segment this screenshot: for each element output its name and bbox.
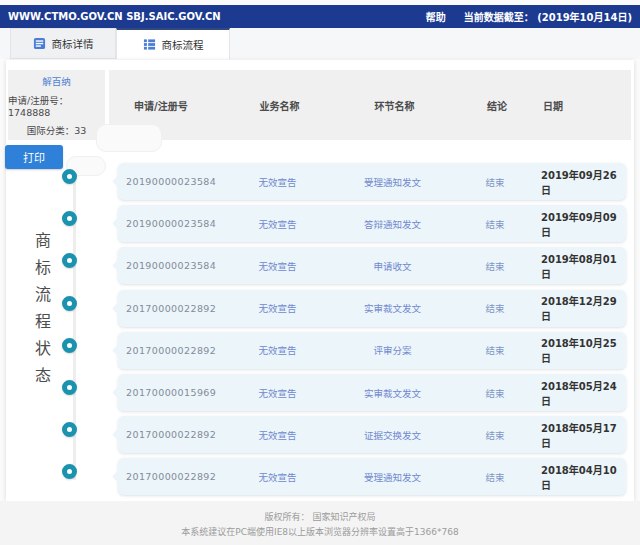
cell-conclusion: 结束 (465, 259, 525, 273)
table-row[interactable]: 20190000023584无效宣告答辩通知发文结束2019年09月09日 (118, 205, 626, 242)
table-row[interactable]: 20170000022892无效宣告受理通知发文结束2018年04月10日 (118, 458, 626, 495)
cell-business-name: 无效宣告 (235, 301, 320, 315)
cell-business-name: 无效宣告 (235, 217, 320, 231)
cell-conclusion: 结束 (465, 386, 525, 400)
print-button[interactable]: 打印 (5, 145, 63, 169)
table-row[interactable]: 20170000015969无效宣告实审裁文发文结束2018年05月24日 (118, 374, 626, 411)
process-status-vertical-title: 商标流程状态 (29, 232, 53, 394)
cell-application-number: 20170000022892 (118, 471, 235, 482)
cell-application-number: 20190000023584 (118, 218, 235, 229)
trademark-process-page: WWW.CTMO.GOV.CN SBJ.SAIC.GOV.CN 帮助 当前数据截… (0, 0, 640, 545)
cell-business-name: 无效宣告 (235, 175, 320, 189)
registration-number: 申请/注册号：1748888 (8, 93, 105, 118)
cell-conclusion: 结束 (465, 428, 525, 442)
cell-application-number: 20170000015969 (118, 387, 235, 398)
international-class: 国际分类：33 (27, 123, 87, 137)
site-urls: WWW.CTMO.GOV.CN SBJ.SAIC.GOV.CN (8, 11, 221, 22)
timeline-node-icon (62, 338, 77, 353)
timeline-node-icon (62, 296, 77, 311)
cell-conclusion: 结束 (465, 301, 525, 315)
decorative-bubble (96, 124, 162, 152)
table-row[interactable]: 20170000022892无效宣告证据交换发文结束2018年05月17日 (118, 416, 626, 453)
copyright-line: 版权所有： 国家知识产权局 (0, 510, 640, 525)
trademark-info-panel: 解百纳 申请/注册号：1748888 国际分类：33 (8, 70, 105, 140)
cell-stage-name: 实审裁文发文 (320, 386, 465, 400)
document-icon (33, 37, 46, 50)
cell-application-number: 20170000022892 (118, 345, 235, 356)
cell-date: 2019年09月09日 (525, 209, 626, 239)
cell-business-name: 无效宣告 (235, 470, 320, 484)
tab-trademark-process[interactable]: 商标流程 (116, 28, 230, 59)
cell-application-number: 20170000022892 (118, 429, 235, 440)
col-header-business-name: 业务名称 (237, 98, 322, 113)
cell-stage-name: 评审分案 (320, 343, 465, 357)
cell-date: 2018年05月17日 (525, 420, 626, 450)
trademark-name: 解百纳 (42, 74, 71, 88)
cell-application-number: 20170000022892 (118, 303, 235, 314)
col-header-conclusion: 结论 (467, 98, 527, 113)
tab-trademark-details[interactable]: 商标详情 (10, 28, 116, 59)
cell-date: 2018年12月29日 (525, 293, 626, 323)
cell-conclusion: 结束 (465, 343, 525, 357)
timeline-node-icon (62, 169, 77, 184)
content-card: 解百纳 申请/注册号：1748888 国际分类：33 申请/注册号 业务名称 环… (6, 60, 634, 501)
tab-label: 商标详情 (52, 36, 94, 51)
cell-business-name: 无效宣告 (235, 386, 320, 400)
cell-business-name: 无效宣告 (235, 259, 320, 273)
table-header: 申请/注册号 业务名称 环节名称 结论 日期 (109, 70, 631, 140)
cell-date: 2018年05月24日 (525, 378, 626, 408)
cell-application-number: 20190000023584 (118, 260, 235, 271)
cell-stage-name: 实审裁文发文 (320, 301, 465, 315)
cell-stage-name: 答辩通知发文 (320, 217, 465, 231)
cell-stage-name: 申请收文 (320, 259, 465, 273)
cell-date: 2018年04月10日 (525, 462, 626, 492)
cell-conclusion: 结束 (465, 470, 525, 484)
cell-business-name: 无效宣告 (235, 428, 320, 442)
cell-application-number: 20190000023584 (118, 176, 235, 187)
table-row[interactable]: 20170000022892无效宣告评审分案结束2018年10月25日 (118, 332, 626, 369)
list-icon (143, 38, 156, 51)
tab-bar: 商标详情 商标流程 (0, 28, 640, 59)
cell-date: 2019年09月26日 (525, 167, 626, 197)
cell-stage-name: 受理通知发文 (320, 470, 465, 484)
cell-date: 2019年08月01日 (525, 251, 626, 281)
cell-business-name: 无效宣告 (235, 343, 320, 357)
top-bar: WWW.CTMO.GOV.CN SBJ.SAIC.GOV.CN 帮助 当前数据截… (0, 5, 640, 28)
timeline-node-icon (62, 380, 77, 395)
tab-label: 商标流程 (162, 37, 204, 52)
table-row[interactable]: 20170000022892无效宣告实审裁文发文结束2018年12月29日 (118, 290, 626, 327)
cell-conclusion: 结束 (465, 175, 525, 189)
col-header-application-number: 申请/注册号 (109, 98, 237, 113)
cell-date: 2018年10月25日 (525, 335, 626, 365)
table-row[interactable]: 20190000023584无效宣告申请收文结束2019年08月01日 (118, 247, 626, 284)
cell-stage-name: 受理通知发文 (320, 175, 465, 189)
table-row[interactable]: 20190000023584无效宣告受理通知发文结束2019年09月26日 (118, 163, 626, 200)
browser-advice-line: 本系统建议在PC端使用IE8以上版本浏览器分辨率设置高于1366*768 (0, 525, 640, 540)
page-footer: 版权所有： 国家知识产权局 本系统建议在PC端使用IE8以上版本浏览器分辨率设置… (0, 501, 640, 545)
cell-stage-name: 证据交换发文 (320, 428, 465, 442)
col-header-stage-name: 环节名称 (322, 98, 467, 113)
help-link[interactable]: 帮助 (426, 9, 446, 24)
col-header-date: 日期 (527, 98, 631, 113)
data-as-of-label: 当前数据截至： (2019年10月14日) (464, 9, 632, 24)
cell-conclusion: 结束 (465, 217, 525, 231)
